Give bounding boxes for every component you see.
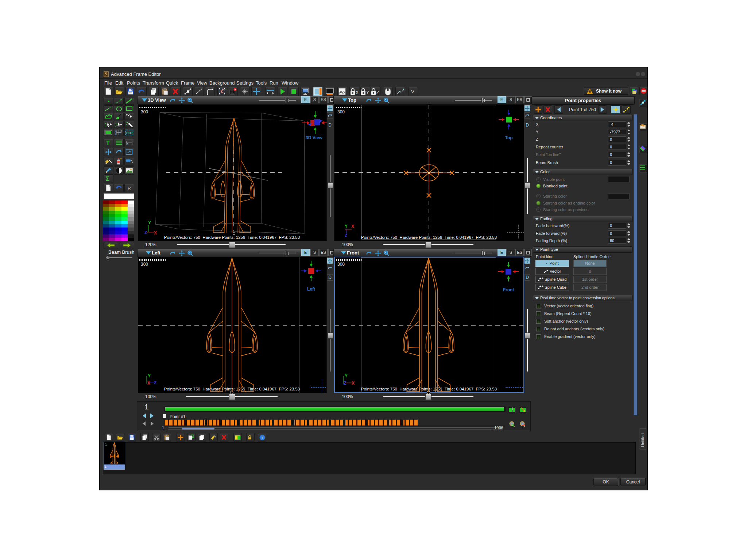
svg-text:T: T <box>106 140 110 146</box>
svg-text:3: 3 <box>120 129 122 133</box>
svg-text:Z: Z <box>376 90 379 95</box>
svg-text:Y: Y <box>366 90 369 95</box>
svg-text:Σ: Σ <box>106 175 109 182</box>
svg-text:V: V <box>411 89 414 94</box>
svg-text:8: 8 <box>127 143 128 145</box>
svg-text:i: i <box>262 435 263 440</box>
svg-text:X: X <box>356 90 359 95</box>
svg-text:E: E <box>115 133 117 136</box>
svg-text:?: ? <box>131 114 132 117</box>
svg-text:CUT: CUT <box>126 131 133 135</box>
svg-text:R: R <box>128 186 131 191</box>
